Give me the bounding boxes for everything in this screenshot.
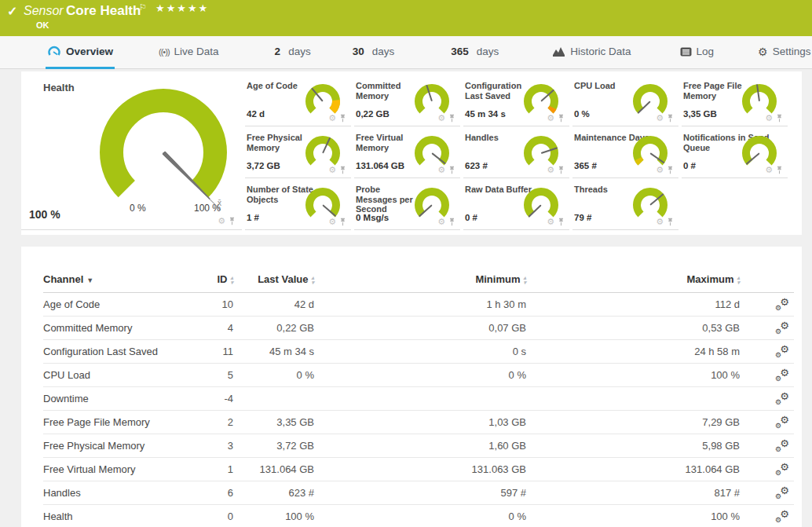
channel-minimum: 131.063 GB bbox=[314, 458, 526, 481]
channel-settings-icon[interactable]: ⚙⚙ bbox=[775, 345, 789, 357]
gauge-cell[interactable]: Probe Messages per Second 0 Msg/s ⚙ bbox=[354, 178, 460, 230]
gear-icon[interactable]: ⚙ bbox=[328, 114, 336, 123]
tab-365-days[interactable]: 365 days bbox=[449, 36, 500, 69]
gear-icon[interactable]: ⚙ bbox=[328, 218, 336, 226]
channel-id: 1 bbox=[185, 458, 233, 481]
gauge-value: 45 m 34 s bbox=[465, 109, 506, 119]
gear-icon[interactable]: ⚙ bbox=[547, 114, 554, 123]
pin-icon[interactable] bbox=[776, 166, 783, 174]
channel-settings-icon[interactable]: ⚙⚙ bbox=[775, 321, 789, 333]
pin-icon[interactable] bbox=[448, 166, 455, 174]
gauge-value: 100 % bbox=[29, 208, 60, 221]
gauge-cell[interactable]: CPU Load 0 % ⚙ bbox=[572, 75, 678, 126]
pin-icon[interactable] bbox=[776, 114, 783, 123]
column-header-maximum[interactable]: Maximum▴▾ bbox=[526, 273, 740, 293]
gauge-cell[interactable]: Handles 623 # ⚙ bbox=[463, 126, 569, 178]
gauge-cell[interactable]: Free Page File Memory 3,35 GB ⚙ bbox=[682, 75, 788, 126]
gear-icon[interactable]: ⚙ bbox=[437, 218, 445, 226]
gear-icon[interactable]: ⚙ bbox=[218, 217, 225, 225]
channel-name: CPU Load bbox=[43, 364, 185, 387]
column-header-id[interactable]: ID▴▾ bbox=[185, 273, 233, 293]
priority-stars[interactable]: ★★★★★ bbox=[155, 2, 209, 14]
channel-settings-icon[interactable]: ⚙⚙ bbox=[775, 298, 789, 309]
pin-icon[interactable] bbox=[667, 166, 674, 174]
tab-settings[interactable]: ⚙ Settings bbox=[756, 36, 812, 69]
pin-icon[interactable] bbox=[339, 166, 346, 174]
column-header-last-value[interactable]: Last Value▴▾ bbox=[233, 273, 314, 293]
sort-icon: ▴▾ bbox=[737, 276, 740, 285]
pin-icon[interactable] bbox=[339, 218, 346, 226]
gear-icon[interactable]: ⚙ bbox=[547, 218, 554, 226]
gear-icon[interactable]: ⚙ bbox=[437, 114, 445, 123]
gear-icon[interactable]: ⚙ bbox=[765, 166, 773, 174]
tab-label: Historic Data bbox=[570, 46, 631, 57]
gauge-value: 0 # bbox=[465, 213, 477, 222]
tab-log[interactable]: Log bbox=[678, 36, 716, 69]
tab-overview[interactable]: Overview bbox=[46, 36, 115, 69]
channel-last-value: 45 m 34 s bbox=[233, 340, 314, 364]
tab-label: Overview bbox=[66, 46, 113, 57]
flag-icon[interactable]: ⚐ bbox=[139, 2, 147, 13]
gauge-cell[interactable]: Committed Memory 0,22 GB ⚙ bbox=[354, 75, 460, 126]
table-header-row: Channel▼ ID▴▾ Last Value▴▾ Minimum▴▾ Max… bbox=[43, 273, 794, 293]
channel-minimum: 1,03 GB bbox=[314, 411, 526, 434]
channel-settings-icon[interactable]: ⚙⚙ bbox=[775, 392, 789, 404]
gauge-cell[interactable]: Free Physical Memory 3,72 GB ⚙ bbox=[245, 126, 351, 178]
gauge-cell[interactable]: Age of Code 42 d ⚙ bbox=[245, 75, 351, 126]
gauge-cell[interactable]: Maintenance Days 365 # ⚙ bbox=[572, 126, 678, 178]
channel-settings-icon[interactable]: ⚙⚙ bbox=[775, 368, 789, 380]
channel-settings-icon[interactable]: ⚙⚙ bbox=[775, 415, 789, 427]
channel-id: 3 bbox=[185, 434, 233, 458]
channel-minimum: 0,07 GB bbox=[314, 317, 526, 340]
pin-icon[interactable] bbox=[229, 217, 236, 225]
channel-settings-icon[interactable]: ⚙⚙ bbox=[775, 510, 789, 522]
tab-30-days[interactable]: 30 days bbox=[351, 36, 397, 69]
gear-icon[interactable]: ⚙ bbox=[328, 166, 336, 174]
channel-settings-icon[interactable]: ⚙⚙ bbox=[775, 439, 789, 451]
column-header-minimum[interactable]: Minimum▴▾ bbox=[314, 273, 526, 293]
channel-last-value: 3,35 GB bbox=[233, 411, 314, 434]
tab-label: days bbox=[288, 46, 311, 57]
table-row: Configuration Last Saved 11 45 m 34 s 0 … bbox=[43, 340, 794, 364]
gear-icon[interactable]: ⚙ bbox=[547, 166, 554, 174]
channel-settings-icon[interactable]: ⚙⚙ bbox=[775, 463, 789, 474]
tab-label: Live Data bbox=[174, 46, 219, 57]
gear-icon[interactable]: ⚙ bbox=[656, 114, 664, 123]
gauge-value: 131.064 GB bbox=[356, 161, 404, 170]
pin-icon[interactable] bbox=[667, 218, 674, 226]
channel-settings-icon[interactable]: ⚙⚙ bbox=[775, 486, 789, 498]
tab-2-days[interactable]: 2 days bbox=[273, 36, 313, 69]
gear-icon[interactable]: ⚙ bbox=[765, 114, 773, 123]
gauge-cell[interactable]: Free Virtual Memory 131.064 GB ⚙ bbox=[354, 126, 460, 178]
gear-icon[interactable]: ⚙ bbox=[656, 166, 664, 174]
pin-icon[interactable] bbox=[339, 114, 346, 123]
pin-icon[interactable] bbox=[558, 166, 565, 174]
gear-icon[interactable]: ⚙ bbox=[656, 218, 664, 226]
channel-name: Free Physical Memory bbox=[43, 434, 185, 458]
pin-icon[interactable] bbox=[667, 114, 674, 123]
channel-maximum: 100 % bbox=[526, 364, 740, 387]
pin-icon[interactable] bbox=[448, 114, 455, 123]
table-row: Free Page File Memory 2 3,35 GB 1,03 GB … bbox=[43, 411, 794, 434]
gauge-cell[interactable]: Raw Data Buffer 0 # ⚙ bbox=[463, 178, 569, 230]
pin-icon[interactable] bbox=[558, 114, 565, 123]
pin-icon[interactable] bbox=[558, 218, 565, 226]
gauge-cell[interactable]: Threads 79 # ⚙ bbox=[572, 178, 678, 230]
gauge-cell[interactable]: Configuration Last Saved 45 m 34 s ⚙ bbox=[463, 75, 569, 126]
channel-id: 2 bbox=[185, 411, 233, 434]
column-header-settings bbox=[740, 273, 794, 293]
tab-historic-data[interactable]: Historic Data bbox=[550, 36, 632, 69]
gauge-cell[interactable]: Notifications in Send Queue 0 # ⚙ bbox=[682, 126, 788, 178]
table-row: Health 0 100 % 0 % 100 % ⚙⚙ bbox=[43, 505, 794, 527]
column-header-channel[interactable]: Channel▼ bbox=[43, 273, 185, 293]
pin-icon[interactable] bbox=[448, 218, 455, 226]
channel-maximum bbox=[526, 387, 740, 411]
gauge-value: 0 Msg/s bbox=[356, 213, 389, 222]
gear-icon[interactable]: ⚙ bbox=[437, 166, 445, 174]
channel-minimum: 1 h 30 m bbox=[314, 293, 526, 317]
gauge-cell[interactable]: Number of State Objects 1 # ⚙ bbox=[245, 178, 351, 230]
health-gauge-cell[interactable]: Health x̄ 0 % 100 % 100 % ⚙ bbox=[21, 75, 242, 230]
channel-id: 4 bbox=[185, 317, 233, 340]
tab-live-data[interactable]: ((•)) Live Data bbox=[157, 36, 221, 69]
gauge-value: 3,72 GB bbox=[247, 161, 280, 170]
